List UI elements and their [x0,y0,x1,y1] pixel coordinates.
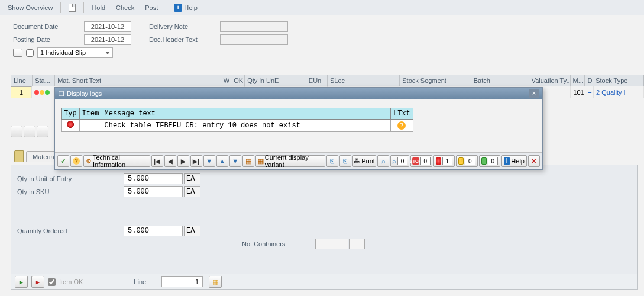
print-icon: 🖶 [354,157,360,165]
qty-sku-unit[interactable] [184,186,200,197]
slip-checkbox[interactable] [26,49,34,57]
qty-unit-entry-unit[interactable] [184,173,200,184]
col-sloc[interactable]: SLoc [328,75,400,86]
col-qty[interactable]: Qty in UnE [245,75,306,86]
slip-dropdown[interactable]: 1 Individual Slip [37,47,113,58]
error-count: 1 [442,157,453,165]
footer-btn-1[interactable]: ▸ [15,276,28,288]
variant-button-1[interactable]: ▦ [242,155,254,167]
dialog-body: Typ Item Message text LTxt Check table T… [55,99,542,136]
question-icon: ? [397,121,406,130]
qty-unit-entry-label: Qty in Unit of Entry [17,175,124,182]
post-button[interactable]: Post [140,2,163,13]
print-button[interactable]: 🖶Print [352,155,376,167]
dialog-title: Display logs [67,90,102,97]
cell-line[interactable]: 1 [11,86,32,98]
nav-last-button[interactable]: ▶| [190,155,202,167]
col-eun[interactable]: EUn [306,75,328,86]
cell-d[interactable]: + [585,86,594,98]
help-button[interactable]: iHelp [169,2,202,14]
log-row[interactable]: Check table TFBEFU_CR: entry 10 does not… [62,120,413,132]
log-col-typ[interactable]: Typ [62,108,80,120]
folder-icon[interactable] [14,150,24,162]
separator [166,2,166,13]
show-overview-button[interactable]: Show Overview [3,2,57,13]
export-button-1[interactable]: ⎘ [326,155,338,167]
error-counter[interactable]: 1 [433,155,455,167]
no-containers-input-2[interactable] [349,239,365,249]
document-date-input[interactable] [84,21,131,32]
stop-counter[interactable]: STOP0 [410,155,432,167]
col-d[interactable]: D [585,75,593,86]
qty-unit-entry-input[interactable] [124,173,183,184]
close-icon[interactable]: × [529,89,539,98]
footer-line-input[interactable] [161,276,203,287]
warning-counter[interactable]: 0 [456,155,478,167]
log-ltxt-cell[interactable]: ? [390,120,413,132]
check-button[interactable]: Check [111,2,139,13]
col-ok[interactable]: OK [231,75,245,86]
document-header: Document Date Delivery Note Posting Date… [0,15,644,64]
doc-header-text-input[interactable] [220,34,288,45]
nav-first-button[interactable]: |◀ [151,155,163,167]
find-button[interactable]: ⌕ [377,155,389,167]
filter-button-3[interactable]: ▼ [229,155,241,167]
success-count: 0 [488,157,499,165]
new-doc-button[interactable] [64,2,80,14]
dialog-titlebar[interactable]: ❏ Display logs × [55,88,542,99]
log-col-ltxt[interactable]: LTxt [390,108,413,120]
export-button-2[interactable]: ⎘ [339,155,351,167]
col-segment[interactable]: Stock Segment [400,75,471,86]
success-counter[interactable]: 0 [479,155,501,167]
dialog-close-button[interactable]: ✕ [528,155,540,167]
nav-prev-button[interactable]: ◀ [164,155,176,167]
filter-button-1[interactable]: ▼ [203,155,215,167]
col-line[interactable]: Line [11,75,33,86]
grid-tool-1[interactable] [11,126,22,137]
help-small-button[interactable] [70,155,82,167]
delivery-note-input[interactable] [220,21,288,32]
log-col-message[interactable]: Message text [102,108,390,120]
current-variant-button[interactable]: ▦Current display variant [255,155,325,167]
document-date-label: Document Date [13,23,84,30]
col-m[interactable]: M... [571,75,585,86]
qty-ordered-unit[interactable] [184,226,200,236]
col-batch[interactable]: Batch [471,75,529,86]
qty-ordered-input[interactable] [124,226,183,236]
cell-status [32,86,54,98]
col-w[interactable]: W [221,75,231,86]
nav-next-button[interactable]: ▶ [177,155,189,167]
col-valuation[interactable]: Valuation Ty... [529,75,571,86]
log-col-item[interactable]: Item [79,108,102,120]
doc-header-text-label: Doc.Header Text [149,36,220,43]
top-toolbar: Show Overview Hold Check Post iHelp [0,0,644,15]
qty-sku-input[interactable] [124,186,183,197]
cell-stock-type[interactable]: 2 Quality I [594,86,644,98]
grid-tool-3[interactable] [37,126,48,137]
filter-button-2[interactable]: ▲ [216,155,228,167]
dialog-help-button[interactable]: iHelp [501,155,527,167]
no-containers-input[interactable] [315,239,348,249]
col-status[interactable]: Sta... [33,75,55,86]
slip-dropdown-value: 1 Individual Slip [40,49,86,56]
posting-date-input[interactable] [84,34,131,45]
footer-btn-3[interactable]: ▦ [209,276,222,288]
success-icon [481,157,487,165]
item-ok-checkbox[interactable] [48,278,56,286]
log-table: Typ Item Message text LTxt Check table T… [61,108,413,132]
ok-button[interactable] [57,155,69,167]
qty-sku-label: Qty in SKU [17,188,124,195]
cell-m[interactable]: 101 [571,86,585,98]
col-material[interactable]: Mat. Short Text [55,75,221,86]
grid-tool-2[interactable] [24,126,35,137]
dialog-help-label: Help [511,157,525,165]
find-next-button[interactable]: ⌕0 [390,155,409,167]
delivery-note-label: Delivery Note [149,23,220,30]
col-stock-type[interactable]: Stock Type [593,75,643,86]
current-variant-label: Current display variant [265,154,323,168]
hold-button[interactable]: Hold [87,2,110,13]
footer-btn-2[interactable]: ▸ [31,276,44,288]
print-label: Print [361,157,375,165]
tech-info-button[interactable]: ⚙Technical Information [83,155,150,167]
print-icon[interactable] [13,49,22,57]
